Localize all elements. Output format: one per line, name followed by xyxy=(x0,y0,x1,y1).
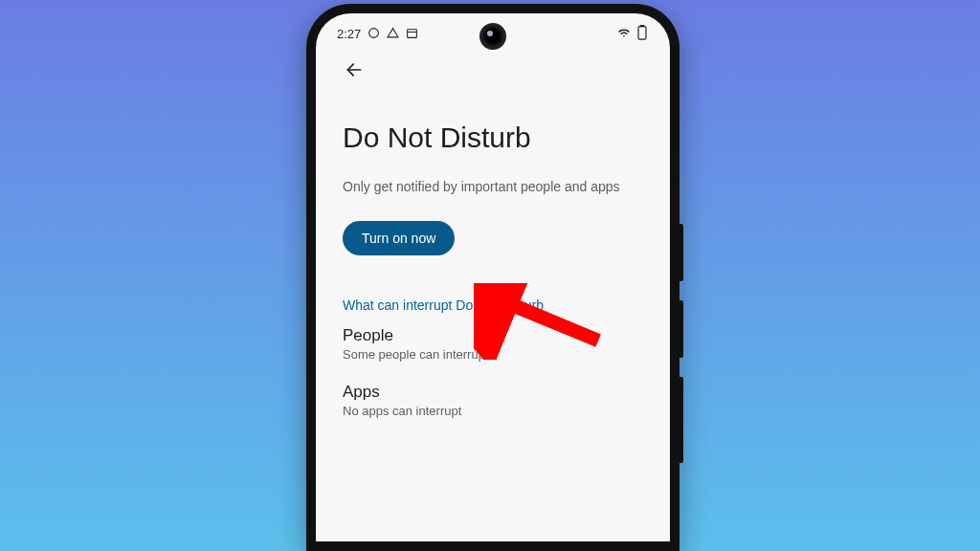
list-item-title: Apps xyxy=(343,383,643,402)
camera-hole xyxy=(479,23,506,50)
svg-rect-1 xyxy=(408,29,417,37)
page-subtitle: Only get notified by important people an… xyxy=(343,179,643,194)
list-item-subtitle: Some people can interrupt xyxy=(343,347,643,362)
phone-screen: 2:27 xyxy=(316,13,670,541)
list-item-subtitle: No apps can interrupt xyxy=(343,404,643,418)
back-button[interactable] xyxy=(343,58,366,81)
arrow-left-icon xyxy=(345,60,364,79)
circle-icon xyxy=(368,27,380,42)
svg-rect-3 xyxy=(638,27,646,40)
svg-rect-4 xyxy=(640,25,643,27)
turn-on-now-button[interactable]: Turn on now xyxy=(343,221,455,255)
battery-icon xyxy=(637,25,647,43)
phone-frame: 2:27 xyxy=(306,4,679,551)
calendar-icon xyxy=(406,27,418,42)
wifi-icon xyxy=(616,27,632,42)
list-item-title: People xyxy=(343,326,643,345)
side-button xyxy=(679,300,683,358)
section-header-interrupt[interactable]: What can interrupt Do Not Disturb xyxy=(343,298,643,313)
side-button xyxy=(679,377,683,463)
list-item-apps[interactable]: Apps No apps can interrupt xyxy=(343,383,643,418)
list-item-people[interactable]: People Some people can interrupt xyxy=(343,326,643,362)
side-button xyxy=(679,224,683,281)
page-title: Do Not Disturb xyxy=(343,121,643,154)
triangle-alert-icon xyxy=(387,27,399,42)
svg-point-0 xyxy=(369,28,379,37)
status-time: 2:27 xyxy=(337,27,361,41)
